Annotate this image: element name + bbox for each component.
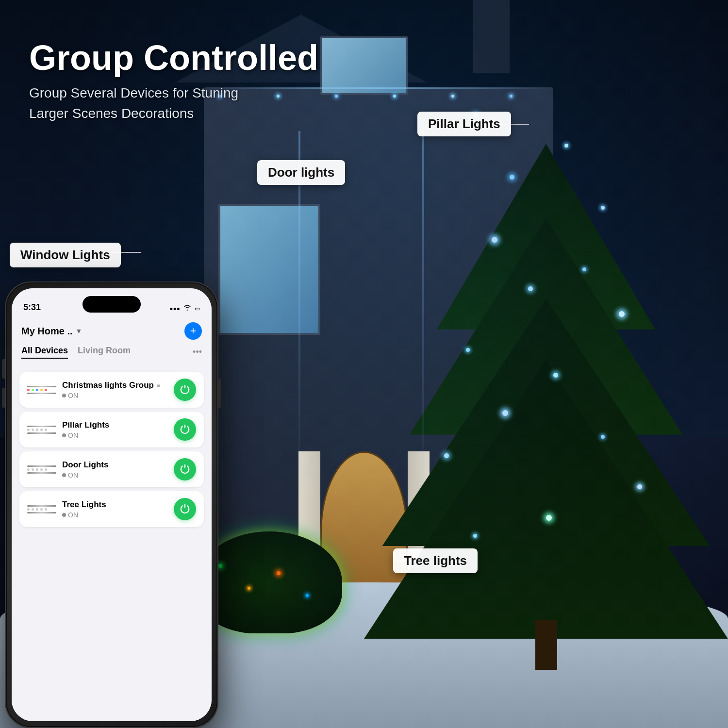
dot xyxy=(27,508,30,511)
pillar-lights-badge: Pillar Lights xyxy=(417,112,511,136)
device-status-tree: ON xyxy=(62,511,174,519)
add-device-button[interactable]: + xyxy=(184,322,202,340)
device-list: Christmas lights Group ≡ ON xyxy=(12,368,212,721)
dot xyxy=(40,389,43,391)
status-icons: ●●● ▭ xyxy=(169,304,200,313)
tab-all-devices[interactable]: All Devices xyxy=(21,346,68,359)
wifi-icon xyxy=(183,304,192,313)
volume-down-button[interactable] xyxy=(2,388,5,408)
power-button-christmas[interactable] xyxy=(174,379,196,401)
dot xyxy=(40,429,43,431)
tabs-left: All Devices Living Room xyxy=(21,346,131,359)
status-text-christmas: ON xyxy=(68,392,78,399)
home-selector[interactable]: My Home .. ▼ xyxy=(21,326,82,337)
strip-line-1 xyxy=(27,386,56,387)
dot xyxy=(36,508,38,511)
dot xyxy=(36,468,38,471)
chevron-down-icon: ▼ xyxy=(76,327,83,335)
header-section: Group Controlled Group Several Devices f… xyxy=(29,39,318,124)
dot xyxy=(27,468,30,471)
strip-line-2 xyxy=(27,393,56,394)
dot xyxy=(40,508,43,511)
device-card-left-tree: Tree Lights ON xyxy=(27,500,174,519)
volume-up-button[interactable] xyxy=(2,359,5,379)
main-title: Group Controlled xyxy=(29,39,318,77)
strip-dots-t1 xyxy=(27,508,56,511)
device-name-tree: Tree Lights xyxy=(62,500,174,510)
status-indicator-pillar xyxy=(62,433,66,437)
subtitle-line2: Larger Scenes Decorations xyxy=(29,106,194,121)
device-status-pillar: ON xyxy=(62,431,174,439)
strip-line-d2 xyxy=(27,472,56,474)
subtitle-line1: Group Several Devices for Stuning xyxy=(29,85,238,100)
tree xyxy=(364,51,728,670)
phone-outer: 5:31 ●●● ▭ My Home .. xyxy=(5,281,218,728)
device-card-christmas[interactable]: Christmas lights Group ≡ ON xyxy=(19,372,204,408)
group-icon: ≡ xyxy=(157,382,160,389)
device-info-pillar: Pillar Lights ON xyxy=(62,420,174,439)
dynamic-island xyxy=(83,296,141,313)
strip-line-p1 xyxy=(27,426,56,427)
status-indicator xyxy=(62,394,66,397)
tab-more-button[interactable]: ••• xyxy=(193,347,202,357)
tree-lights-badge: Tree lights xyxy=(393,548,478,573)
home-name: My Home .. xyxy=(21,326,73,337)
device-name-christmas: Christmas lights Group ≡ xyxy=(62,381,174,390)
device-status-christmas: ON xyxy=(62,392,174,399)
dot xyxy=(45,389,47,391)
dot xyxy=(32,429,34,431)
device-info-christmas: Christmas lights Group ≡ ON xyxy=(62,381,174,399)
strip-dots-p1 xyxy=(27,429,56,431)
device-card-left-door: Door Lights ON xyxy=(27,460,174,479)
tabs-bar: All Devices Living Room ••• xyxy=(12,346,212,359)
dot xyxy=(36,429,38,431)
status-indicator-tree xyxy=(62,513,66,517)
strip-line-p2 xyxy=(27,432,56,434)
strip-dots-1 xyxy=(27,389,56,391)
dot xyxy=(32,389,34,391)
window-lights-badge: Window Lights xyxy=(10,243,121,267)
status-text-pillar: ON xyxy=(68,431,78,439)
status-text-tree: ON xyxy=(68,511,78,519)
device-info-tree: Tree Lights ON xyxy=(62,500,174,519)
device-icon-door xyxy=(27,461,56,478)
device-card-tree[interactable]: Tree Lights ON xyxy=(19,491,204,527)
subtitle: Group Several Devices for Stuning Larger… xyxy=(29,83,318,124)
device-name-pillar: Pillar Lights xyxy=(62,420,174,430)
device-icon-tree xyxy=(27,500,56,518)
device-name-door: Door Lights xyxy=(62,460,174,470)
status-indicator-door xyxy=(62,473,66,477)
tab-living-room[interactable]: Living Room xyxy=(78,346,131,359)
device-card-left: Christmas lights Group ≡ ON xyxy=(27,381,174,399)
power-button-pillar[interactable] xyxy=(174,418,196,441)
device-info-door: Door Lights ON xyxy=(62,460,174,479)
dot xyxy=(45,429,47,431)
dot xyxy=(32,468,34,471)
power-button-door[interactable] xyxy=(174,458,196,480)
device-icon-pillar xyxy=(27,421,56,438)
strip-line-t1 xyxy=(27,505,56,507)
device-icon-christmas xyxy=(27,381,56,398)
power-button-tree[interactable] xyxy=(174,498,196,520)
dot xyxy=(40,468,43,471)
device-status-door: ON xyxy=(62,471,174,479)
signal-icon: ●●● xyxy=(169,305,180,312)
battery-icon: ▭ xyxy=(195,305,200,312)
device-card-left-pillar: Pillar Lights ON xyxy=(27,420,174,439)
status-text-door: ON xyxy=(68,471,78,479)
device-card-door[interactable]: Door Lights ON xyxy=(19,451,204,487)
strip-line-d1 xyxy=(27,465,56,467)
bush-center xyxy=(197,531,342,633)
dot xyxy=(27,429,30,431)
dot xyxy=(45,508,47,511)
strip-dots-d1 xyxy=(27,468,56,471)
dot xyxy=(32,508,34,511)
dot xyxy=(27,389,30,391)
dot xyxy=(36,389,38,391)
strip-line-t2 xyxy=(27,512,56,513)
phone-mockup: 5:31 ●●● ▭ My Home .. xyxy=(5,281,218,728)
app-header: My Home .. ▼ + xyxy=(12,316,212,346)
power-button[interactable] xyxy=(218,379,221,408)
device-card-pillar[interactable]: Pillar Lights ON xyxy=(19,412,204,447)
dot xyxy=(45,468,47,471)
